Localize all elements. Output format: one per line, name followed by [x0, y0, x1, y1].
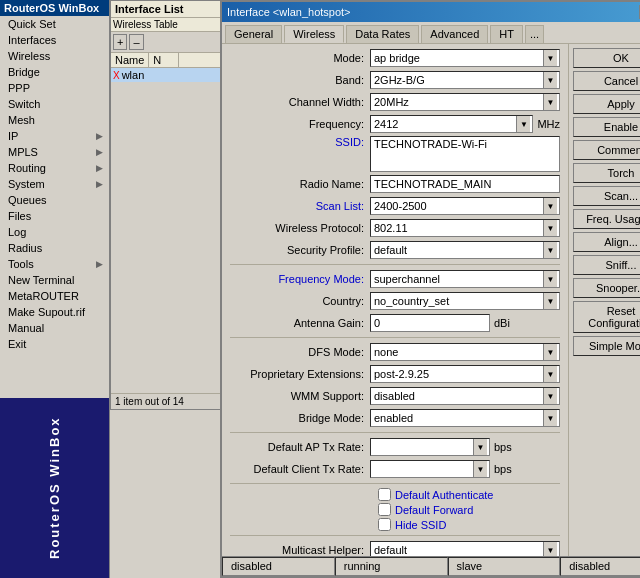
- scan-button[interactable]: Scan...: [573, 186, 640, 206]
- ssid-input[interactable]: [370, 136, 560, 172]
- dropdown-arrow-icon: ▼: [543, 242, 557, 258]
- col-name: Name: [111, 53, 149, 67]
- band-control: 2GHz-B/G ▼: [370, 71, 560, 89]
- frequency-value: 2412: [373, 118, 516, 130]
- frequency-mode-select[interactable]: superchannel ▼: [370, 270, 560, 288]
- frequency-row: Frequency: 2412 ▼ MHz: [230, 114, 560, 134]
- scan-list-select[interactable]: 2400-2500 ▼: [370, 197, 560, 215]
- multicast-helper-control: default ▼: [370, 541, 560, 556]
- simple-mode-button[interactable]: Simple Mode: [573, 336, 640, 356]
- remove-button[interactable]: –: [129, 34, 143, 50]
- multicast-helper-select[interactable]: default ▼: [370, 541, 560, 556]
- antenna-gain-unit: dBi: [494, 317, 510, 329]
- default-authenticate-row: Default Authenticate: [230, 488, 560, 501]
- apply-button[interactable]: Apply: [573, 94, 640, 114]
- default-ap-tx-unit: bps: [494, 441, 512, 453]
- tab-ht[interactable]: HT: [490, 25, 523, 43]
- arrow-icon: ▶: [96, 147, 103, 157]
- default-authenticate-label[interactable]: Default Authenticate: [395, 489, 493, 501]
- status-disabled-1: disabled: [222, 557, 335, 576]
- separator-1: [230, 264, 560, 265]
- tab-data-rates[interactable]: Data Rates: [346, 25, 419, 43]
- sidebar-item-interfaces[interactable]: Interfaces: [0, 32, 109, 48]
- radio-name-input[interactable]: [370, 175, 560, 193]
- sidebar-item-routing[interactable]: Routing▶: [0, 160, 109, 176]
- dfs-mode-control: none ▼: [370, 343, 560, 361]
- sidebar-item-switch[interactable]: Switch: [0, 96, 109, 112]
- sidebar-item-mpls[interactable]: MPLS▶: [0, 144, 109, 160]
- sidebar-item-make-supout[interactable]: Make Supout.rif: [0, 304, 109, 320]
- mode-select[interactable]: ap bridge ▼: [370, 49, 560, 67]
- default-ap-tx-row: Default AP Tx Rate: ▼ bps: [230, 437, 560, 457]
- snooper-button[interactable]: Snooper...: [573, 278, 640, 298]
- dropdown-arrow-icon: ▼: [543, 72, 557, 88]
- sidebar-item-queues[interactable]: Queues: [0, 192, 109, 208]
- add-button[interactable]: +: [113, 34, 127, 50]
- tab-advanced[interactable]: Advanced: [421, 25, 488, 43]
- sidebar-item-wireless[interactable]: Wireless: [0, 48, 109, 64]
- channel-width-select[interactable]: 20MHz ▼: [370, 93, 560, 111]
- dropdown-arrow-icon: ▼: [543, 388, 557, 404]
- wmm-support-control: disabled ▼: [370, 387, 560, 405]
- sidebar-item-ip[interactable]: IP▶: [0, 128, 109, 144]
- sidebar-item-new-terminal[interactable]: New Terminal: [0, 272, 109, 288]
- default-authenticate-checkbox[interactable]: [378, 488, 391, 501]
- hide-ssid-row: Hide SSID: [230, 518, 560, 531]
- comment-button[interactable]: Comment: [573, 140, 640, 160]
- freq-usage-button[interactable]: Freq. Usage...: [573, 209, 640, 229]
- sidebar-item-system[interactable]: System▶: [0, 176, 109, 192]
- align-button[interactable]: Align...: [573, 232, 640, 252]
- tab-general[interactable]: General: [225, 25, 282, 43]
- sidebar-item-manual[interactable]: Manual: [0, 320, 109, 336]
- hide-ssid-label[interactable]: Hide SSID: [395, 519, 446, 531]
- hide-ssid-checkbox[interactable]: [378, 518, 391, 531]
- frequency-mode-label: Frequency Mode:: [230, 273, 370, 285]
- sidebar-item-exit[interactable]: Exit: [0, 336, 109, 352]
- band-value: 2GHz-B/G: [373, 74, 543, 86]
- proprietary-extensions-select[interactable]: post-2.9.25 ▼: [370, 365, 560, 383]
- sidebar-item-quickset[interactable]: Quick Set: [0, 16, 109, 32]
- scan-list-row: Scan List: 2400-2500 ▼: [230, 196, 560, 216]
- ok-button[interactable]: OK: [573, 48, 640, 68]
- channel-width-row: Channel Width: 20MHz ▼: [230, 92, 560, 112]
- bridge-mode-select[interactable]: enabled ▼: [370, 409, 560, 427]
- scan-list-control: 2400-2500 ▼: [370, 197, 560, 215]
- radio-name-row: Radio Name:: [230, 174, 560, 194]
- torch-button[interactable]: Torch: [573, 163, 640, 183]
- security-profile-select[interactable]: default ▼: [370, 241, 560, 259]
- dfs-mode-select[interactable]: none ▼: [370, 343, 560, 361]
- dropdown-arrow-icon: ▼: [543, 293, 557, 309]
- tab-more[interactable]: ...: [525, 25, 544, 43]
- sidebar-item-radius[interactable]: Radius: [0, 240, 109, 256]
- country-select[interactable]: no_country_set ▼: [370, 292, 560, 310]
- default-client-tx-control: ▼ bps: [370, 460, 560, 478]
- sidebar-item-bridge[interactable]: Bridge: [0, 64, 109, 80]
- enable-button[interactable]: Enable: [573, 117, 640, 137]
- cancel-button[interactable]: Cancel: [573, 71, 640, 91]
- wmm-support-label: WMM Support:: [230, 390, 370, 402]
- sidebar-item-metarouter[interactable]: MetaROUTER: [0, 288, 109, 304]
- dfs-mode-row: DFS Mode: none ▼: [230, 342, 560, 362]
- antenna-gain-input[interactable]: [370, 314, 490, 332]
- reset-config-button[interactable]: Reset Configuration: [573, 301, 640, 333]
- tab-wireless[interactable]: Wireless: [284, 25, 344, 43]
- wmm-support-select[interactable]: disabled ▼: [370, 387, 560, 405]
- separator-5: [230, 535, 560, 536]
- wireless-protocol-select[interactable]: 802.11 ▼: [370, 219, 560, 237]
- multicast-helper-label: Multicast Helper:: [230, 544, 370, 556]
- default-forward-label[interactable]: Default Forward: [395, 504, 473, 516]
- form-area: Mode: ap bridge ▼ Band: 2GHz-B/G ▼: [222, 44, 568, 556]
- default-forward-checkbox[interactable]: [378, 503, 391, 516]
- sidebar-item-log[interactable]: Log: [0, 224, 109, 240]
- default-client-tx-select[interactable]: ▼: [370, 460, 490, 478]
- sidebar-brand: RouterOS WinBox: [0, 398, 109, 578]
- band-select[interactable]: 2GHz-B/G ▼: [370, 71, 560, 89]
- sniff-button[interactable]: Sniff...: [573, 255, 640, 275]
- sidebar-item-files[interactable]: Files: [0, 208, 109, 224]
- sidebar-item-ppp[interactable]: PPP: [0, 80, 109, 96]
- frequency-select[interactable]: 2412 ▼: [370, 115, 533, 133]
- default-ap-tx-select[interactable]: ▼: [370, 438, 490, 456]
- sidebar-item-mesh[interactable]: Mesh: [0, 112, 109, 128]
- sidebar-item-tools[interactable]: Tools▶: [0, 256, 109, 272]
- channel-width-label: Channel Width:: [230, 96, 370, 108]
